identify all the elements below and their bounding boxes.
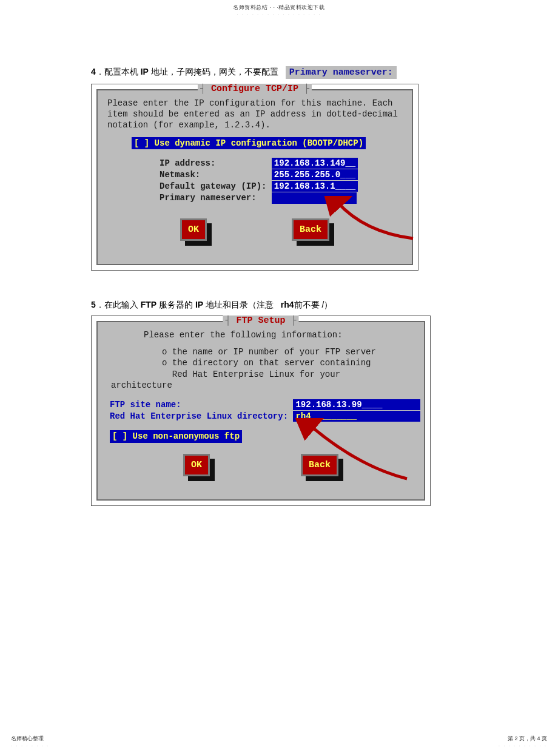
footer-right-text: 第 2 页，共 4 页 [508, 735, 547, 741]
ftp-btn-row: OK Back [107, 454, 414, 477]
back-button[interactable]: Back [292, 218, 329, 241]
anon-ftp-checkbox[interactable]: [ ] Use non-anonymous ftp [110, 430, 242, 442]
tcpip-input-ip[interactable]: 192.168.13.149__ [272, 158, 358, 169]
doc-top-header: 名师资料总结 · · ·精品资料欢迎下载 · · · · · · · · · ·… [0, 0, 558, 18]
tcpip-label-gw: Default gateway (IP): [160, 181, 266, 192]
step4-ip-bold: IP [141, 67, 149, 76]
footer-left-dots: · · · · · · · · [11, 743, 49, 749]
ftp-dialog: ┤ FTP Setup ├ Please enter the following… [91, 316, 431, 506]
ftp-title-text: FTP Setup [236, 316, 285, 326]
ftp-bullet2: o the directory on that server containin… [162, 357, 414, 368]
ftp-title: ┤ FTP Setup ├ [223, 316, 298, 326]
step5-text-post2: 前不要 /） [294, 300, 333, 309]
ftp-label-site: FTP site name: [110, 399, 293, 410]
doc-top-header-dots: · · · · · · · · · · · · · · · · · [237, 12, 321, 18]
step4-heading: 4．配置本机 IP 地址，子网掩码，网关，不要配置 Primary namese… [91, 66, 467, 79]
back-button-wrap: Back [301, 454, 338, 477]
tcpip-row-ns: Primary nameserver: [160, 192, 402, 203]
step4-sep: ． [96, 67, 104, 76]
pipe-left-icon: ┤ [200, 84, 211, 94]
tcpip-btn-row: OK Back [107, 218, 402, 241]
ok-button-wrap: OK [183, 454, 210, 477]
tcpip-body: Please enter the IP configuration for th… [98, 90, 412, 246]
back-button[interactable]: Back [301, 454, 338, 477]
step5-num: 5 [91, 300, 96, 309]
ftp-bullet3: Red Hat Enterprise Linux for your [162, 369, 414, 380]
step4-text-post: 地址，子网掩码，网关，不要配置 [149, 67, 278, 76]
doc-top-header-text: 名师资料总结 · · ·精品资料欢迎下载 [233, 4, 324, 10]
ftp-bullet1: o the name or IP number of your FTP serv… [162, 346, 414, 357]
doc-content: 4．配置本机 IP 地址，子网掩码，网关，不要配置 Primary namese… [0, 18, 558, 506]
step5-ftp-bold: FTP [141, 300, 156, 309]
footer-right-dots: · · · · · · · · · · [499, 743, 547, 749]
dhcp-checkbox[interactable]: [ ] Use dynamic IP configuration (BOOTP/… [132, 137, 366, 149]
tcpip-input-netmask[interactable]: 255.255.255.0___ [272, 169, 358, 180]
step5-heading: 5．在此输入 FTP 服务器的 IP 地址和目录（注意 rh4前不要 /） [91, 300, 467, 311]
tcpip-row-netmask: Netmask: 255.255.255.0___ [160, 169, 402, 180]
doc-footer: 名师精心整理 · · · · · · · · 第 2 页，共 4 页 · · ·… [0, 735, 558, 749]
doc-footer-left: 名师精心整理 · · · · · · · · [11, 735, 49, 749]
tcpip-label-ns: Primary nameserver: [160, 192, 266, 203]
tcpip-title-text: Configure TCP/IP [211, 84, 298, 94]
step5-text-post1: 地址和目录（注意 [203, 300, 274, 309]
step5-ip-bold: IP [195, 300, 203, 309]
tcpip-row-ip: IP address: 192.168.13.149__ [160, 158, 402, 169]
ftp-bullets: o the name or IP number of your FTP serv… [107, 346, 414, 380]
tcpip-title: ┤ Configure TCP/IP ├ [198, 84, 312, 94]
footer-left-text: 名师精心整理 [11, 735, 44, 741]
ftp-input-site[interactable]: 192.168.13.99____ [293, 399, 420, 410]
step5-sep: ． [96, 300, 104, 309]
ok-button[interactable]: OK [180, 218, 207, 241]
tcpip-inner: ┤ Configure TCP/IP ├ Please enter the IP… [96, 89, 413, 265]
step4-text-pre: 配置本机 [104, 67, 141, 76]
doc-footer-right: 第 2 页，共 4 页 · · · · · · · · · · [499, 735, 547, 749]
tcpip-row-gw: Default gateway (IP): 192.168.13.1____ [160, 181, 402, 192]
ftp-intro: Please enter the following information: [107, 329, 414, 340]
tcpip-form: IP address: 192.168.13.149__ Netmask: 25… [107, 158, 402, 204]
tcpip-input-gw[interactable]: 192.168.13.1____ [272, 181, 358, 192]
step5-text-mid: 服务器的 [156, 300, 195, 309]
step4-badge: Primary nameserver: [286, 66, 397, 79]
pipe-right-icon: ├ [298, 84, 309, 94]
tcpip-intro: Please enter the IP configuration for th… [107, 98, 402, 131]
back-button-wrap: Back [292, 218, 329, 241]
pipe-left-icon: ┤ [225, 316, 236, 326]
ftp-arch: architecture [107, 380, 414, 391]
ftp-label-dir: Red Hat Enterprise Linux directory: [110, 411, 293, 422]
ftp-input-dir[interactable]: rh4_________ [293, 411, 420, 422]
step5-text-pre: 在此输入 [104, 300, 141, 309]
tcpip-dialog: ┤ Configure TCP/IP ├ Please enter the IP… [91, 84, 419, 271]
ftp-form: FTP site name: 192.168.13.99____ Red Hat… [107, 399, 414, 422]
ftp-inner: ┤ FTP Setup ├ Please enter the following… [96, 321, 425, 501]
tcpip-input-ns[interactable] [272, 192, 357, 203]
ftp-row-dir: Red Hat Enterprise Linux directory: rh4_… [110, 411, 414, 422]
ok-button[interactable]: OK [183, 454, 210, 477]
tcpip-label-ip: IP address: [160, 158, 266, 169]
tcpip-label-netmask: Netmask: [160, 169, 266, 180]
step4-num: 4 [91, 67, 96, 76]
ftp-row-site: FTP site name: 192.168.13.99____ [110, 399, 414, 410]
step5-rh4-bold: rh4 [281, 300, 294, 309]
ok-button-wrap: OK [180, 218, 207, 241]
ftp-body: Please enter the following information: … [98, 322, 424, 481]
pipe-right-icon: ├ [286, 316, 297, 326]
